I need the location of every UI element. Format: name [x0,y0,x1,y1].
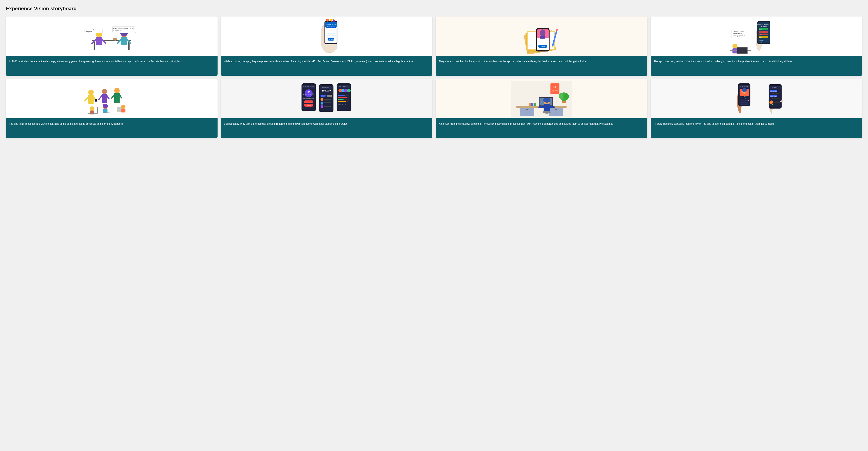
svg-rect-176 [544,104,550,111]
svg-rect-73 [88,95,94,104]
svg-text:personalized: personalized [327,26,334,27]
svg-rect-85 [112,86,112,115]
svg-text:← My Study Groups: ← My Study Groups [303,86,314,87]
svg-text:Don't: Don't [743,96,745,97]
svg-text:Space_Xplores ···: Space_Xplores ··· [339,86,349,87]
svg-text:Messages ···: Messages ··· [771,87,779,88]
svg-text:Here's a resource: Here's a resource [770,96,777,97]
svg-text:Tutorial: Tutorial [307,105,311,106]
svg-text:Get access: Get access [306,101,312,103]
svg-text:You seem really busy on: You seem really busy on [86,29,99,31]
svg-line-75 [94,97,95,100]
svg-rect-172 [534,103,536,106]
svg-rect-32 [326,35,336,36]
svg-rect-124 [324,102,331,103]
svg-line-79 [99,96,102,100]
svg-text:Review: Review [553,91,557,93]
card-8-text: IT organizations / startups / mentors re… [651,119,862,138]
card-4: What are the properties of a rectangle? … [651,17,862,76]
svg-rect-76 [95,99,97,101]
svg-text:Try this problem next: Try this problem next [772,93,780,94]
svg-rect-31 [326,33,336,34]
svg-text:15: 15 [553,86,557,89]
svg-rect-160 [526,114,528,114]
svg-rect-159 [526,109,528,110]
svg-text:to know about it.: to know about it. [114,29,123,31]
svg-point-120 [320,98,323,101]
card-7: 15 Internship Review [436,79,647,138]
svg-text:Angle: Angle [759,37,762,38]
card-2: Welcome to your personalized learning Le… [221,17,433,76]
svg-text:not necessarily a: not necessarily a [733,33,744,34]
svg-rect-189 [740,101,748,103]
svg-text:It's this social learning app.: It's this social learning app. I just go… [114,28,133,29]
svg-line-84 [120,95,122,98]
svg-rect-94 [103,111,110,112]
svg-rect-33 [326,37,333,38]
svg-rect-68 [732,49,737,54]
svg-text:Okay, you can draw a: Okay, you can draw a [759,41,767,42]
svg-rect-142 [338,101,346,102]
card-2-text: While exploring the app, they are presen… [221,56,433,76]
svg-point-208 [772,104,773,105]
svg-point-154 [564,93,569,100]
svg-text:Feedback:: Feedback: [759,40,764,41]
svg-rect-206 [773,101,780,103]
svg-text:← My Mentors: ← My Mentors [740,86,748,87]
svg-rect-82 [114,93,120,103]
svg-point-96 [121,105,125,109]
svg-text:a rectangle.: a rectangle. [733,37,740,39]
svg-text:people enrolled: people enrolled [322,92,330,93]
svg-text:your phone!: your phone! [86,31,92,32]
svg-point-72 [88,90,94,95]
card-2-image: Welcome to your personalized learning Le… [221,17,433,56]
svg-line-178 [550,107,554,107]
svg-rect-140 [338,99,343,100]
svg-marker-28 [332,19,335,22]
svg-text:Welcome to your: Welcome to your [326,24,336,26]
svg-point-26 [326,19,329,22]
card-8: ← My Mentors Don't Give up! 3 [651,79,862,138]
svg-rect-126 [324,106,331,107]
svg-rect-14 [85,28,103,33]
svg-text:property specific to: property specific to [733,35,745,37]
svg-rect-47 [556,29,558,31]
svg-rect-122 [324,100,329,101]
svg-text:XP: XP [307,91,310,93]
card-3-image: Connect [436,17,647,56]
card-3: Connect They are also matched by the app… [436,17,647,76]
svg-point-123 [320,102,323,105]
card-7-image: 15 Internship Review [436,79,647,119]
svg-rect-165 [555,114,557,114]
svg-text:See you tomorrow!: See you tomorrow! [772,98,780,99]
svg-text:Length: Length [759,29,762,30]
svg-text:principles Study Group: principles Study Group [303,98,314,99]
svg-rect-188 [740,100,749,101]
svg-text:Extreme Programming: Extreme Programming [303,94,314,95]
svg-point-205 [769,100,773,104]
storyboard-grid: You seem really busy on your phone! It's… [6,17,862,138]
svg-rect-4 [113,38,117,40]
card-6-image: ← My Study Groups XP Extreme Programming… [221,79,433,119]
svg-text:Give up!: Give up! [742,97,746,98]
svg-rect-190 [740,103,749,105]
svg-line-177 [539,107,544,107]
card-4-image: What are the properties of a rectangle? … [651,17,862,56]
svg-text:Connect: Connect [540,46,546,47]
svg-text:Ohh yes, colour is: Ohh yes, colour is [733,31,744,32]
svg-rect-71 [737,47,747,53]
svg-rect-138 [338,97,347,98]
card-3-text: They are also matched by the app with ot… [436,56,647,76]
svg-rect-89 [88,112,98,114]
svg-rect-97 [121,109,125,112]
svg-rect-90 [97,107,98,113]
card-6: ← My Study Groups XP Extreme Programming… [221,79,433,138]
svg-text:Let's begin: Let's begin [328,39,334,40]
svg-rect-42 [540,36,546,39]
card-7-text: A mentor (from the industry) spots their… [436,119,647,138]
svg-text:Smith: Smith [341,104,343,105]
svg-text:Area: Area [759,34,761,35]
svg-point-81 [114,88,120,93]
svg-point-92 [103,104,108,108]
svg-point-125 [320,105,323,108]
